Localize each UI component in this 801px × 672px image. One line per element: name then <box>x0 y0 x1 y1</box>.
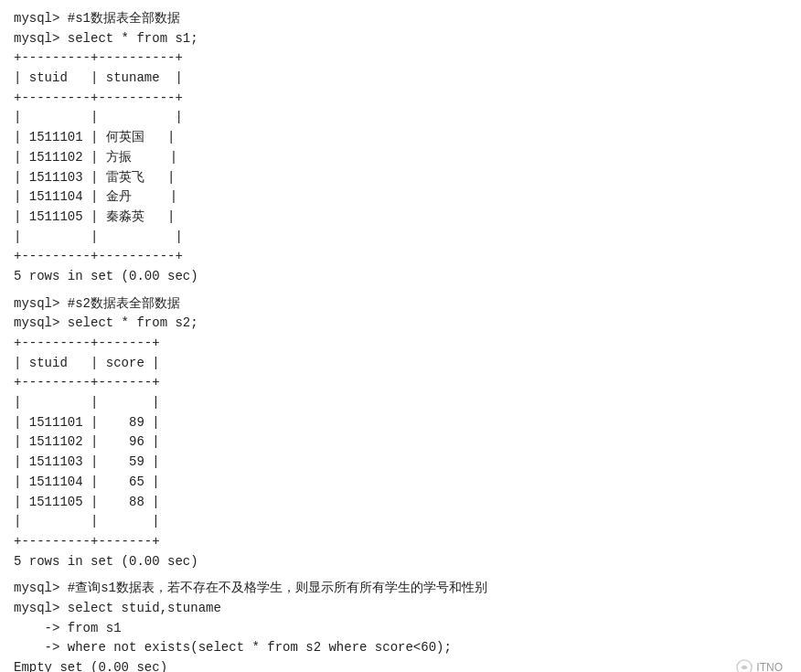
line-row-s2-3: | 1511103 | 59 | <box>14 453 787 473</box>
line-empty-s1-2: | | | <box>14 228 787 248</box>
line-row-s2-4: | 1511104 | 65 | <box>14 473 787 493</box>
line-empty-s1-1: | | | <box>14 108 787 128</box>
line-border-top-s2: +---------+-------+ <box>14 334 787 354</box>
line-where-query: -> where not exists(select * from s2 whe… <box>14 638 787 658</box>
line-border-bot-s2: +---------+-------+ <box>14 532 787 552</box>
line-empty-result: Empty set (0.00 sec) <box>14 658 787 672</box>
line-row-s2-2: | 1511102 | 96 | <box>14 432 787 453</box>
line-row-s1-2: | 1511102 | 方振 | <box>14 148 787 168</box>
line-comment-s2: mysql> #s2数据表全部数据 <box>14 294 787 315</box>
line-select-query: mysql> select stuid,stuname <box>14 599 787 619</box>
line-rows-s1: 5 rows in set (0.00 sec) <box>14 267 787 287</box>
line-comment-s1: mysql> #s1数据表全部数据 <box>14 9 787 29</box>
line-row-s1-5: | 1511105 | 秦淼英 | <box>14 208 787 228</box>
watermark-text: ITNO <box>756 661 783 672</box>
line-border-mid-s2: +---------+-------+ <box>14 373 787 393</box>
line-border-top-s1: +---------+----------+ <box>14 48 787 69</box>
line-rows-s2: 5 rows in set (0.00 sec) <box>14 552 787 572</box>
terminal-window: mysql> #s1数据表全部数据 mysql> select * from s… <box>0 0 801 672</box>
watermark: ITNO <box>736 659 783 672</box>
line-row-s1-4: | 1511104 | 金丹 | <box>14 187 787 208</box>
line-select-s1: mysql> select * from s1; <box>14 29 787 49</box>
line-from-query: -> from s1 <box>14 619 787 639</box>
line-header-s1: | stuid | stuname | <box>14 69 787 89</box>
line-row-s1-1: | 1511101 | 何英国 | <box>14 128 787 148</box>
line-border-mid-s1: +---------+----------+ <box>14 89 787 109</box>
line-header-s2: | stuid | score | <box>14 354 787 374</box>
watermark-icon <box>736 659 753 672</box>
line-row-s1-3: | 1511103 | 雷英飞 | <box>14 168 787 188</box>
line-comment-query: mysql> #查询s1数据表，若不存在不及格学生，则显示所有所有学生的学号和性… <box>14 579 787 599</box>
line-select-s2: mysql> select * from s2; <box>14 314 787 334</box>
line-row-s2-5: | 1511105 | 88 | <box>14 493 787 513</box>
line-empty-s2-2: | | | <box>14 512 787 532</box>
line-row-s2-1: | 1511101 | 89 | <box>14 413 787 433</box>
line-empty-s2-1: | | | <box>14 393 787 413</box>
line-border-bot-s1: +---------+----------+ <box>14 247 787 267</box>
